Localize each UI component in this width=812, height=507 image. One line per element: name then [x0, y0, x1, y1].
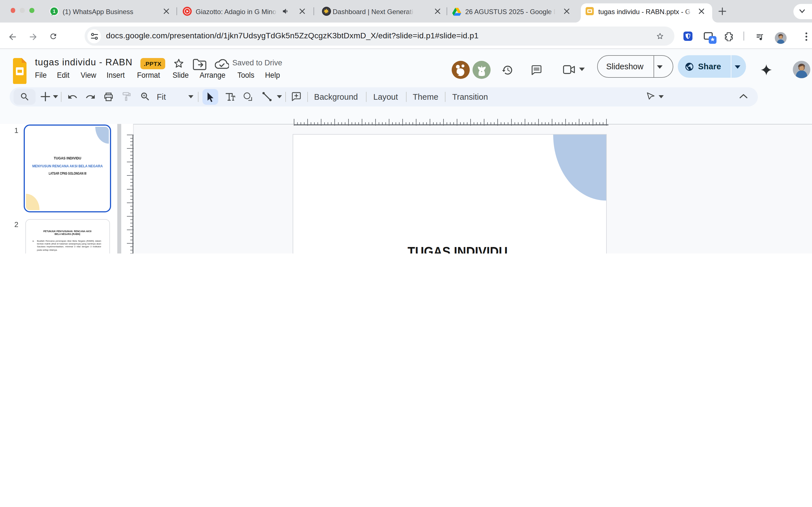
svg-text:1: 1	[53, 8, 56, 14]
